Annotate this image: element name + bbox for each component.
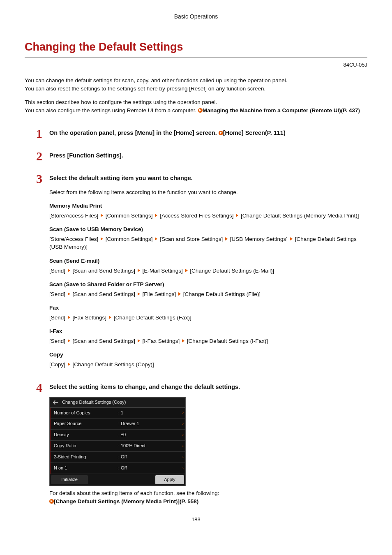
group-heading-scan-email: Scan (Send E-mail) — [49, 257, 367, 265]
chevron-right-icon — [101, 214, 103, 217]
row-value: Off — [121, 465, 182, 472]
step-3-lead: Select from the following items accordin… — [49, 188, 367, 197]
doc-code: 84CU-05J — [25, 61, 367, 69]
screenshot-title-text: Change Default Settings (Copy) — [62, 399, 126, 406]
step-2: 2 Press [Function Settings]. — [25, 151, 367, 160]
path-part: [Copy] — [49, 361, 65, 368]
path-part: [Scan and Store Settings] — [160, 236, 223, 242]
back-icon[interactable] — [52, 400, 59, 405]
chevron-right-icon: › — [182, 410, 184, 416]
row-label: 2-Sided Printing — [54, 454, 118, 460]
row-label: Number of Copies — [54, 410, 118, 416]
row-value: Off — [121, 454, 182, 460]
chevron-right-icon — [68, 316, 70, 319]
row-value: 1 — [121, 410, 182, 416]
chevron-right-icon: › — [182, 465, 184, 472]
step-4-footnote: For details about the setting items of e… — [49, 490, 219, 496]
chevron-right-icon — [225, 237, 228, 240]
path-part: [File Settings] — [142, 291, 176, 297]
step-1-title: On the operation panel, press [Menu] in … — [49, 130, 219, 136]
chevron-right-icon: › — [182, 454, 184, 460]
path-part: [Change Default Settings (Fax)] — [114, 314, 191, 321]
row-label: Paper Source — [54, 421, 118, 427]
apply-button[interactable]: Apply — [155, 475, 184, 484]
path-part: [Send] — [49, 268, 65, 274]
screenshot-copy-defaults: Change Default Settings (Copy) Number of… — [49, 397, 186, 486]
group-heading-fax: Fax — [49, 304, 367, 312]
screenshot-footer: Initialize Apply — [50, 474, 185, 486]
group-heading-memory-media: Memory Media Print — [49, 202, 367, 210]
chevron-right-icon — [185, 269, 188, 272]
chevron-right-icon: › — [182, 421, 184, 427]
table-row[interactable]: Number of Copies:1› — [50, 408, 185, 419]
path-part: [I-Fax Settings] — [142, 338, 180, 344]
chevron-right-icon: › — [182, 443, 184, 449]
chevron-right-icon — [68, 292, 70, 296]
path-part: [Fax Settings] — [73, 314, 107, 321]
path-part: [Store/Access Files] — [49, 213, 98, 219]
intro-line-4: You can also configure the settings usin… — [25, 107, 198, 113]
group-heading-scan-ftp: Scan (Save to Shared Folder or FTP Serve… — [49, 280, 367, 289]
step-4-title: Select the setting items to change, and … — [49, 383, 367, 391]
chevron-right-icon — [138, 292, 140, 296]
table-row[interactable]: Copy Ratio:100% Direct› — [50, 441, 185, 452]
path-part: [E-Mail Settings] — [142, 268, 182, 274]
chevron-right-icon — [290, 237, 293, 240]
chevron-right-icon — [101, 237, 103, 240]
path-scan-usb: [Store/Access Files] [Common Settings] [… — [49, 235, 367, 251]
step-2-title: Press [Function Settings]. — [49, 151, 367, 160]
path-part: [Access Stored Files Settings] — [160, 213, 233, 219]
table-row[interactable]: N on 1:Off› — [50, 463, 185, 474]
intro-block: You can change the default settings for … — [25, 76, 367, 114]
path-fax: [Send] [Fax Settings] [Change Default Se… — [49, 314, 367, 322]
step-number: 1 — [36, 125, 42, 143]
path-part: [Change Default Settings (Memory Media P… — [241, 213, 359, 219]
xref-home-screen[interactable]: [Home] Screen(P. 111) — [223, 130, 286, 136]
chevron-right-icon — [155, 237, 157, 240]
path-copy: [Copy] [Change Default Settings (Copy)] — [49, 361, 367, 369]
chevron-right-icon — [178, 292, 181, 296]
link-icon — [198, 108, 203, 113]
path-part: [Scan and Send Settings] — [73, 291, 135, 297]
chevron-right-icon — [68, 269, 70, 272]
chevron-right-icon — [109, 316, 111, 319]
group-heading-ifax: I-Fax — [49, 327, 367, 335]
path-part: [USB Memory Settings] — [230, 236, 288, 242]
row-value: ±0 — [121, 432, 182, 438]
xref-change-default-memory-media[interactable]: [Change Default Settings (Memory Media P… — [54, 498, 198, 504]
path-scan-ftp: [Send] [Scan and Send Settings] [File Se… — [49, 290, 367, 298]
row-label: Density — [54, 432, 118, 438]
table-row[interactable]: 2-Sided Printing:Off› — [50, 452, 185, 463]
chevron-right-icon — [236, 214, 238, 217]
path-part: [Send] — [49, 314, 65, 321]
page-number: 183 — [25, 516, 367, 524]
row-value: Drawer 1 — [121, 421, 182, 427]
path-part: [Change Default Settings (E-Mail)] — [190, 268, 274, 274]
path-part: [Common Settings] — [106, 213, 153, 219]
table-row[interactable]: Density:±0› — [50, 430, 185, 441]
path-part: [Send] — [49, 291, 65, 297]
screenshot-titlebar: Change Default Settings (Copy) — [50, 398, 185, 408]
chevron-right-icon — [138, 269, 140, 272]
group-heading-scan-usb: Scan (Save to USB Memory Device) — [49, 225, 367, 234]
intro-line-1: You can change the default settings for … — [25, 77, 287, 83]
chevron-right-icon — [138, 339, 140, 342]
path-part: [Change Default Settings (I-Fax)] — [187, 338, 268, 344]
xref-remote-ui[interactable]: Managing the Machine from a Computer (Re… — [203, 107, 360, 113]
path-part: [Change Default Settings (File)] — [183, 291, 261, 297]
intro-line-2: You can also reset the settings to the s… — [25, 86, 265, 92]
path-part: [Scan and Send Settings] — [73, 338, 135, 344]
path-scan-email: [Send] [Scan and Send Settings] [E-Mail … — [49, 267, 367, 275]
group-heading-copy: Copy — [49, 351, 367, 359]
page-title: Changing the Default Settings — [25, 39, 367, 58]
step-3: 3 Select the default setting item you wa… — [25, 174, 367, 369]
section-header: Basic Operations — [25, 12, 367, 21]
chevron-right-icon: › — [182, 432, 184, 438]
step-3-title: Select the default setting item you want… — [49, 174, 367, 183]
step-4: 4 Select the setting items to change, an… — [25, 383, 367, 506]
table-row[interactable]: Paper Source:Drawer 1› — [50, 419, 185, 430]
row-value: 100% Direct — [121, 443, 182, 449]
initialize-button[interactable]: Initialize — [51, 475, 88, 484]
intro-line-3: This section describes how to configure … — [25, 99, 217, 105]
link-icon — [219, 131, 223, 135]
